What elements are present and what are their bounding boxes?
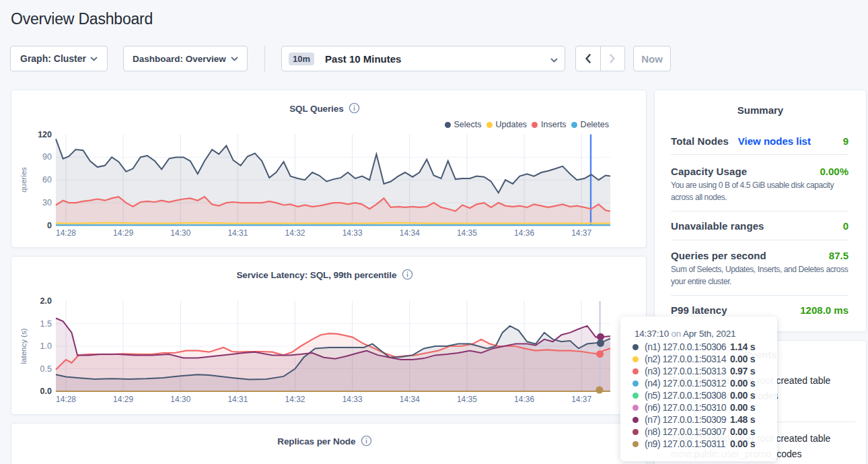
svg-text:14:37: 14:37 xyxy=(571,395,591,404)
svg-text:14:37: 14:37 xyxy=(571,228,591,238)
svg-text:0.0: 0.0 xyxy=(40,387,52,396)
svg-text:14:30: 14:30 xyxy=(170,395,190,404)
svg-text:2.0: 2.0 xyxy=(40,296,52,306)
svg-text:30: 30 xyxy=(42,198,52,207)
svg-text:14:34: 14:34 xyxy=(400,228,420,238)
svg-text:queries: queries xyxy=(20,167,28,193)
svg-text:14:28: 14:28 xyxy=(56,395,76,404)
svg-text:14:31: 14:31 xyxy=(227,228,248,238)
svg-text:latency (s): latency (s) xyxy=(20,328,28,364)
svg-text:1.5: 1.5 xyxy=(40,319,52,329)
svg-text:14:34: 14:34 xyxy=(400,395,420,404)
svg-text:0.5: 0.5 xyxy=(40,364,52,374)
svg-text:14:28: 14:28 xyxy=(56,228,76,238)
svg-text:14:33: 14:33 xyxy=(342,395,363,404)
svg-text:14:31: 14:31 xyxy=(227,395,248,404)
svg-text:14:29: 14:29 xyxy=(113,228,133,238)
svg-text:14:33: 14:33 xyxy=(342,228,363,238)
svg-text:90: 90 xyxy=(42,152,52,162)
svg-text:14:35: 14:35 xyxy=(457,228,477,238)
svg-text:60: 60 xyxy=(42,175,52,185)
svg-text:14:32: 14:32 xyxy=(285,395,305,404)
svg-text:14:36: 14:36 xyxy=(514,228,534,238)
svg-text:14:35: 14:35 xyxy=(457,395,477,404)
svg-text:14:32: 14:32 xyxy=(285,228,305,238)
svg-text:14:36: 14:36 xyxy=(514,395,534,404)
svg-text:14:30: 14:30 xyxy=(170,228,190,238)
svg-text:14:29: 14:29 xyxy=(113,395,133,404)
svg-text:120: 120 xyxy=(38,130,52,139)
svg-text:0: 0 xyxy=(47,221,52,230)
svg-text:1.0: 1.0 xyxy=(40,341,52,351)
